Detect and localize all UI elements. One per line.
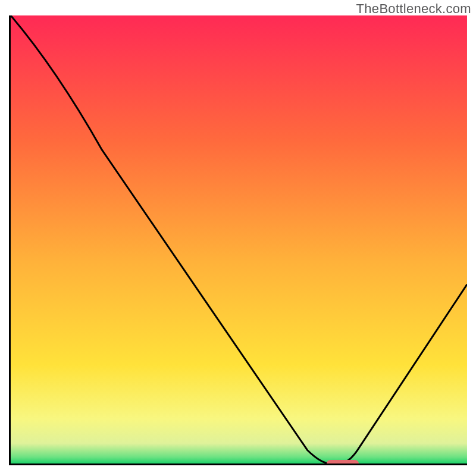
watermark-text: TheBottleneck.com — [356, 1, 471, 17]
chart-container: TheBottleneck.com — [0, 0, 476, 476]
plot-area — [9, 15, 467, 465]
bottleneck-curve — [11, 15, 467, 464]
optimal-marker — [327, 460, 359, 465]
